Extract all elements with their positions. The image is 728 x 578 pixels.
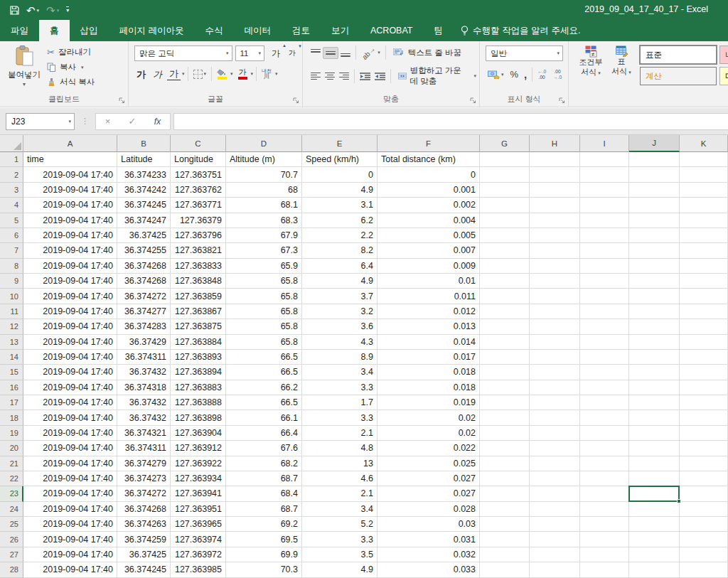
cell-G26[interactable] xyxy=(480,532,530,547)
insert-function-icon[interactable]: fx xyxy=(154,117,161,127)
cell-F6[interactable]: 0.005 xyxy=(378,228,480,243)
cell-F23[interactable]: 0.027 xyxy=(378,486,480,501)
cell-F28[interactable]: 0.033 xyxy=(378,562,480,577)
cell-D15[interactable]: 66.5 xyxy=(226,365,302,380)
accounting-format-button[interactable]: ▾ xyxy=(486,69,506,80)
grow-font-button[interactable]: 가▲ xyxy=(269,46,282,61)
cell-F26[interactable]: 0.031 xyxy=(378,532,480,547)
cell-B18[interactable]: 36.37432 xyxy=(117,410,171,425)
tab-page-layout[interactable]: 페이지 레이아웃 xyxy=(109,20,195,41)
tab-review[interactable]: 검토 xyxy=(282,20,321,41)
cell-H9[interactable] xyxy=(530,274,580,289)
font-dialog-launcher-icon[interactable] xyxy=(293,97,299,104)
cell-C15[interactable]: 127.363894 xyxy=(171,365,226,380)
cell-I2[interactable] xyxy=(580,167,629,182)
increase-indent-button[interactable] xyxy=(373,71,387,82)
cell-H14[interactable] xyxy=(530,350,580,365)
cell-J4[interactable] xyxy=(629,198,680,213)
cell-D11[interactable]: 65.8 xyxy=(226,304,302,319)
cell-J10[interactable] xyxy=(629,289,680,304)
cell-K13[interactable] xyxy=(680,335,728,350)
cell-H26[interactable] xyxy=(530,532,580,547)
cell-H19[interactable] xyxy=(530,426,580,441)
align-left-button[interactable] xyxy=(309,71,323,82)
cell-I20[interactable] xyxy=(580,441,629,456)
cell-I27[interactable] xyxy=(580,547,629,562)
copy-button[interactable]: 복사 ▾ xyxy=(47,62,95,73)
cell-D22[interactable]: 68.7 xyxy=(226,471,302,486)
bold-button[interactable]: 가 xyxy=(134,68,148,80)
cell-A3[interactable]: 2019-09-04 17:40 xyxy=(23,183,117,198)
cell-B14[interactable]: 36.374311 xyxy=(117,350,171,365)
cell-H2[interactable] xyxy=(530,167,580,182)
cell-B27[interactable]: 36.37425 xyxy=(117,547,171,562)
cell-E11[interactable]: 3.2 xyxy=(302,304,378,319)
row-header-20[interactable]: 20 xyxy=(0,441,23,456)
col-header-D[interactable]: D xyxy=(226,135,302,152)
fill-color-button[interactable] xyxy=(215,68,229,81)
cell-A5[interactable]: 2019-09-04 17:40 xyxy=(23,213,117,228)
cell-H16[interactable] xyxy=(530,380,580,395)
cell-K25[interactable] xyxy=(680,517,728,532)
cell-K19[interactable] xyxy=(680,426,728,441)
cell-A13[interactable]: 2019-09-04 17:40 xyxy=(23,335,117,350)
row-header-3[interactable]: 3 xyxy=(0,183,23,198)
name-box[interactable]: J23 ▾ xyxy=(6,113,75,130)
cell-E15[interactable]: 3.4 xyxy=(302,365,378,380)
cell-C17[interactable]: 127.363888 xyxy=(171,395,226,410)
cell-D20[interactable]: 67.6 xyxy=(226,441,302,456)
cell-G17[interactable] xyxy=(480,395,530,410)
cell-G27[interactable] xyxy=(480,547,530,562)
cell-C5[interactable]: 127.36379 xyxy=(171,213,226,228)
col-header-A[interactable]: A xyxy=(23,135,117,152)
cell-C21[interactable]: 127.363922 xyxy=(171,456,226,471)
cell-A24[interactable]: 2019-09-04 17:40 xyxy=(23,502,117,517)
cell-G4[interactable] xyxy=(480,198,530,213)
cell-H18[interactable] xyxy=(530,410,580,425)
cell-F8[interactable]: 0.009 xyxy=(378,259,480,274)
cell-I28[interactable] xyxy=(580,562,629,577)
cell-B26[interactable]: 36.374259 xyxy=(117,532,171,547)
cell-J5[interactable] xyxy=(629,213,680,228)
cell-F1[interactable]: Total distance (km) xyxy=(378,152,480,167)
cell-G5[interactable] xyxy=(480,213,530,228)
cell-G22[interactable] xyxy=(480,471,530,486)
cell-H27[interactable] xyxy=(530,547,580,562)
cell-G21[interactable] xyxy=(480,456,530,471)
format-painter-button[interactable]: 서식 복사 xyxy=(47,77,95,87)
row-header-2[interactable]: 2 xyxy=(0,167,23,182)
cell-G19[interactable] xyxy=(480,426,530,441)
cell-G20[interactable] xyxy=(480,441,530,456)
cell-B17[interactable]: 36.37432 xyxy=(117,395,171,410)
cell-D7[interactable]: 67.3 xyxy=(226,243,302,258)
cell-D24[interactable]: 68.7 xyxy=(226,502,302,517)
row-header-27[interactable]: 27 xyxy=(0,547,23,562)
cell-E17[interactable]: 1.7 xyxy=(302,395,378,410)
cell-J2[interactable] xyxy=(629,167,680,182)
row-header-26[interactable]: 26 xyxy=(0,532,23,547)
cell-G15[interactable] xyxy=(480,365,530,380)
cell-C18[interactable]: 127.363898 xyxy=(171,410,226,425)
cell-D13[interactable]: 65.8 xyxy=(226,335,302,350)
cell-I10[interactable] xyxy=(580,289,629,304)
cell-J7[interactable] xyxy=(629,243,680,258)
number-format-combo[interactable]: 일반▾ xyxy=(486,46,563,61)
cell-K7[interactable] xyxy=(680,243,728,258)
cell-H1[interactable] xyxy=(530,152,580,167)
cell-F24[interactable]: 0.028 xyxy=(378,502,480,517)
increase-decimal-button[interactable]: ←.0.00 xyxy=(535,68,548,82)
cell-A4[interactable]: 2019-09-04 17:40 xyxy=(23,198,117,213)
cell-E3[interactable]: 4.9 xyxy=(302,183,378,198)
cell-B1[interactable]: Latitude xyxy=(117,152,171,167)
cell-C22[interactable]: 127.363934 xyxy=(171,471,226,486)
cell-H22[interactable] xyxy=(530,471,580,486)
cell-K24[interactable] xyxy=(680,502,728,517)
italic-button[interactable]: 가 xyxy=(151,68,164,80)
cell-F21[interactable]: 0.025 xyxy=(378,456,480,471)
cell-E10[interactable]: 3.7 xyxy=(302,289,378,304)
name-box-dropdown-icon[interactable]: ▾ xyxy=(68,119,71,124)
cell-F20[interactable]: 0.022 xyxy=(378,441,480,456)
cell-K27[interactable] xyxy=(680,547,728,562)
align-center-button[interactable] xyxy=(323,71,337,82)
cell-I12[interactable] xyxy=(580,319,629,334)
